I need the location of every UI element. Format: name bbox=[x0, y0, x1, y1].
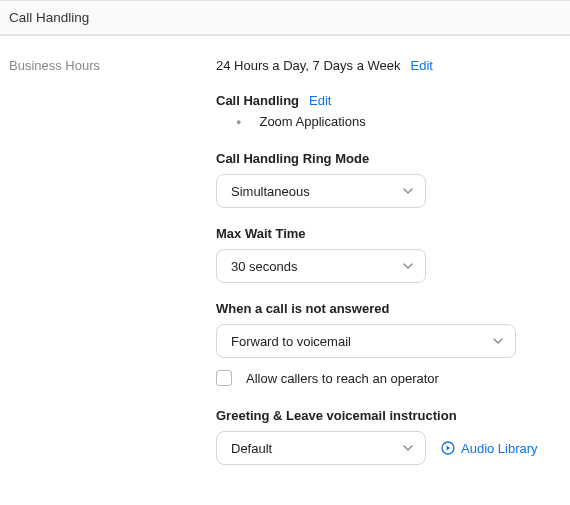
not-answered-label: When a call is not answered bbox=[216, 301, 550, 316]
chevron-down-icon bbox=[493, 338, 503, 344]
business-hours-value: 24 Hours a Day, 7 Days a Week bbox=[216, 58, 401, 73]
call-handling-label: Call Handling bbox=[216, 93, 299, 108]
max-wait-label: Max Wait Time bbox=[216, 226, 550, 241]
not-answered-value: Forward to voicemail bbox=[231, 334, 351, 349]
ring-mode-label: Call Handling Ring Mode bbox=[216, 151, 550, 166]
not-answered-group: When a call is not answered Forward to v… bbox=[216, 301, 550, 358]
max-wait-group: Max Wait Time 30 seconds bbox=[216, 226, 550, 283]
greeting-value: Default bbox=[231, 441, 272, 456]
call-handling-row: Call Handling Edit bbox=[216, 93, 550, 108]
ring-mode-select[interactable]: Simultaneous bbox=[216, 174, 426, 208]
max-wait-select[interactable]: 30 seconds bbox=[216, 249, 426, 283]
chevron-down-icon bbox=[403, 263, 413, 269]
allow-operator-label: Allow callers to reach an operator bbox=[246, 371, 439, 386]
left-column: Business Hours bbox=[9, 58, 216, 483]
business-hours-row: 24 Hours a Day, 7 Days a Week Edit bbox=[216, 58, 550, 73]
right-column: 24 Hours a Day, 7 Days a Week Edit Call … bbox=[216, 58, 570, 483]
ring-mode-value: Simultaneous bbox=[231, 184, 310, 199]
greeting-label: Greeting & Leave voicemail instruction bbox=[216, 408, 550, 423]
not-answered-select[interactable]: Forward to voicemail bbox=[216, 324, 516, 358]
content-area: Business Hours 24 Hours a Day, 7 Days a … bbox=[0, 36, 570, 483]
section-title: Call Handling bbox=[9, 10, 89, 25]
allow-operator-checkbox[interactable] bbox=[216, 370, 232, 386]
call-handling-edit-link[interactable]: Edit bbox=[309, 93, 331, 108]
allow-operator-row: Allow callers to reach an operator bbox=[216, 370, 550, 386]
list-item-label: Zoom Applications bbox=[259, 114, 365, 129]
greeting-select[interactable]: Default bbox=[216, 431, 426, 465]
section-header: Call Handling bbox=[0, 0, 570, 35]
ring-mode-group: Call Handling Ring Mode Simultaneous bbox=[216, 151, 550, 208]
bullet-icon: ● bbox=[236, 117, 241, 127]
chevron-down-icon bbox=[403, 188, 413, 194]
max-wait-value: 30 seconds bbox=[231, 259, 298, 274]
business-hours-edit-link[interactable]: Edit bbox=[411, 58, 433, 73]
list-item: ● Zoom Applications bbox=[236, 114, 550, 129]
audio-library-link[interactable]: Audio Library bbox=[440, 441, 538, 456]
chevron-down-icon bbox=[403, 445, 413, 451]
audio-library-label: Audio Library bbox=[461, 441, 538, 456]
business-hours-label: Business Hours bbox=[9, 58, 100, 73]
greeting-group: Greeting & Leave voicemail instruction D… bbox=[216, 408, 550, 465]
apps-list: ● Zoom Applications bbox=[216, 114, 550, 129]
play-icon bbox=[440, 441, 455, 456]
